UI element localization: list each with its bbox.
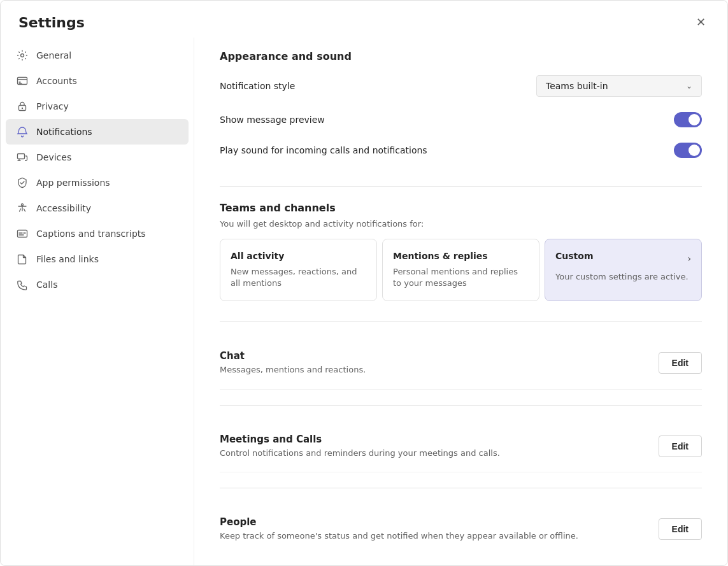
custom-card[interactable]: Custom › Your custom settings are active… xyxy=(545,239,702,301)
chat-edit-button[interactable]: Edit xyxy=(659,352,702,374)
svg-point-5 xyxy=(22,204,24,206)
sidebar-item-accessibility-label: Accessibility xyxy=(36,203,91,213)
close-button[interactable]: ✕ xyxy=(692,13,710,31)
title-bar: Settings ✕ xyxy=(1,1,727,38)
play-sound-toggle[interactable] xyxy=(674,143,702,158)
svg-point-3 xyxy=(22,108,23,109)
custom-chevron-icon: › xyxy=(687,253,691,264)
people-section: People Keep track of someone's status an… xyxy=(220,504,702,555)
mentions-replies-desc: Personal mentions and replies to your me… xyxy=(393,266,529,289)
sidebar-item-notifications[interactable]: Notifications xyxy=(6,119,189,145)
sidebar-item-devices-label: Devices xyxy=(36,152,71,162)
meetings-title: Meetings and Calls xyxy=(220,434,633,445)
svg-rect-4 xyxy=(18,154,25,159)
notification-style-label: Notification style xyxy=(220,81,295,91)
sidebar-item-files[interactable]: Files and links xyxy=(6,246,189,272)
divider-1 xyxy=(220,186,702,187)
sidebar-item-calls-label: Calls xyxy=(36,279,57,290)
files-icon xyxy=(16,253,29,265)
people-edit-button[interactable]: Edit xyxy=(659,518,702,540)
all-activity-card[interactable]: All activity New messages, reactions, an… xyxy=(220,239,377,301)
people-title: People xyxy=(220,516,633,528)
show-preview-row: Show message preview xyxy=(220,104,702,135)
meetings-section: Meetings and Calls Control notifications… xyxy=(220,421,702,472)
settings-content: Appearance and sound Notification style … xyxy=(194,38,727,565)
general-icon xyxy=(16,49,29,62)
sidebar-item-app-permissions[interactable]: App permissions xyxy=(6,170,189,195)
sidebar-item-accounts-label: Accounts xyxy=(36,76,77,86)
devices-icon xyxy=(16,151,29,164)
play-sound-label: Play sound for incoming calls and notifi… xyxy=(220,145,427,155)
people-text: People Keep track of someone's status an… xyxy=(220,516,659,542)
meetings-text: Meetings and Calls Control notifications… xyxy=(220,434,659,459)
sidebar-item-accounts[interactable]: Accounts xyxy=(6,68,189,94)
notification-cards-row: All activity New messages, reactions, an… xyxy=(220,239,702,301)
divider-4 xyxy=(220,488,702,488)
notifications-icon xyxy=(16,125,29,138)
sidebar-item-app-permissions-label: App permissions xyxy=(36,178,110,188)
custom-desc: Your custom settings are active. xyxy=(555,271,691,283)
svg-point-0 xyxy=(21,54,24,57)
all-activity-desc: New messages, reactions, and all mention… xyxy=(231,266,366,289)
privacy-icon xyxy=(16,100,29,113)
divider-3 xyxy=(220,405,702,406)
sidebar-item-notifications-label: Notifications xyxy=(36,127,92,137)
people-desc: Keep track of someone's status and get n… xyxy=(220,530,633,542)
chat-text: Chat Messages, mentions and reactions. xyxy=(220,350,659,376)
sidebar-item-captions[interactable]: Captions and transcripts xyxy=(6,221,189,246)
app-permissions-icon xyxy=(16,176,29,189)
calls-icon xyxy=(16,278,29,291)
meetings-edit-button[interactable]: Edit xyxy=(659,435,702,457)
custom-card-header: Custom › xyxy=(555,251,691,266)
settings-window: Settings ✕ General xyxy=(0,0,728,566)
custom-title: Custom xyxy=(555,251,593,261)
teams-channels-title: Teams and channels xyxy=(220,202,702,214)
chevron-down-icon: ⌄ xyxy=(686,81,692,90)
accessibility-icon xyxy=(16,202,29,215)
sidebar-item-privacy[interactable]: Privacy xyxy=(6,94,189,119)
notification-style-value: Teams built-in xyxy=(546,81,608,91)
svg-rect-6 xyxy=(18,230,27,237)
sidebar-item-general-label: General xyxy=(36,50,71,60)
notification-style-dropdown[interactable]: Teams built-in ⌄ xyxy=(536,75,702,97)
sidebar-item-captions-label: Captions and transcripts xyxy=(36,229,146,239)
main-layout: General Accounts xyxy=(1,38,727,565)
chat-section: Chat Messages, mentions and reactions. E… xyxy=(220,337,702,389)
teams-channels-section: Teams and channels You will get desktop … xyxy=(220,202,702,301)
appearance-section: Appearance and sound Notification style … xyxy=(220,50,702,166)
sidebar-item-accessibility[interactable]: Accessibility xyxy=(6,195,189,221)
sidebar: General Accounts xyxy=(1,38,194,565)
teams-channels-desc: You will get desktop and activity notifi… xyxy=(220,219,702,229)
divider-2 xyxy=(220,322,702,322)
show-preview-toggle[interactable] xyxy=(674,112,702,127)
accounts-icon xyxy=(16,74,29,87)
window-title: Settings xyxy=(18,15,85,31)
appearance-title: Appearance and sound xyxy=(220,50,702,62)
chat-desc: Messages, mentions and reactions. xyxy=(220,364,633,376)
sidebar-item-general[interactable]: General xyxy=(6,43,189,68)
captions-icon xyxy=(16,227,29,240)
sidebar-item-files-label: Files and links xyxy=(36,254,99,264)
notification-style-row: Notification style Teams built-in ⌄ xyxy=(220,67,702,104)
show-preview-label: Show message preview xyxy=(220,115,325,125)
all-activity-title: All activity xyxy=(231,251,366,261)
sidebar-item-devices[interactable]: Devices xyxy=(6,145,189,170)
sidebar-item-privacy-label: Privacy xyxy=(36,101,69,111)
mentions-replies-title: Mentions & replies xyxy=(393,251,529,261)
play-sound-row: Play sound for incoming calls and notifi… xyxy=(220,135,702,166)
mentions-replies-card[interactable]: Mentions & replies Personal mentions and… xyxy=(382,239,539,301)
meetings-desc: Control notifications and reminders duri… xyxy=(220,448,633,459)
chat-title: Chat xyxy=(220,350,633,362)
sidebar-item-calls[interactable]: Calls xyxy=(6,272,189,297)
